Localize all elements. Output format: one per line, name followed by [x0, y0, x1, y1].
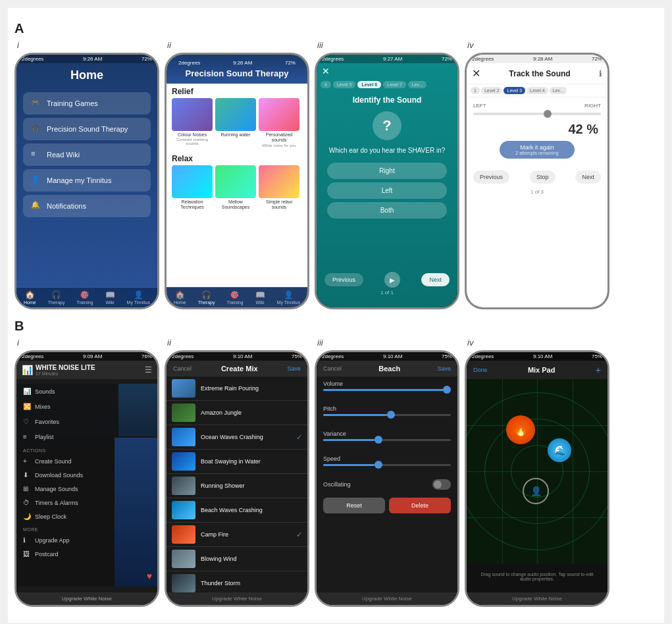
sound-card-colour[interactable]: Colour Noises Constant masking sounds — [172, 98, 213, 147]
sound-card-mellow[interactable]: Mellow Soundscapes — [215, 165, 256, 211]
screen-b2-wrapper: ii 2degrees 9:10 AM 75% Cancel Create Mi… — [165, 338, 309, 607]
track-level-4[interactable]: Level 4 — [527, 87, 548, 94]
done-button[interactable]: Done — [473, 367, 488, 373]
mix-header: Cancel Create Mix Save — [167, 361, 307, 377]
menu-item-training[interactable]: 🎮 Training Games — [23, 92, 151, 115]
close-button[interactable]: ✕ — [322, 66, 330, 76]
lr-slider[interactable] — [473, 113, 601, 115]
next-button-a4[interactable]: Next — [575, 170, 601, 184]
track-level-1[interactable]: 1 — [471, 87, 480, 94]
sound-card-water[interactable]: Running water — [215, 98, 256, 147]
levels-row-a3: 4 Level 5 Level 6 Level 7 Lev... — [317, 79, 457, 90]
save-button-b3[interactable]: Save — [437, 365, 451, 372]
next-button-a3[interactable]: Next — [421, 273, 450, 286]
nav-favorites[interactable]: ♡ Favorites — [16, 414, 118, 429]
cancel-button-b3[interactable]: Cancel — [323, 365, 342, 372]
nav-mytinnitus[interactable]: 👤 My Tinnitus — [127, 290, 150, 305]
action-download-sounds[interactable]: ⬇ Download Sounds — [16, 468, 118, 482]
action-create-sound[interactable]: + Create Sound — [16, 454, 118, 468]
mix-item-4[interactable]: Running Shower — [167, 474, 307, 498]
beach-footer[interactable]: Upgrade White Noise — [317, 592, 457, 605]
sound-card-simple-relax[interactable]: Simple relaxi sounds — [259, 165, 299, 211]
track-level-2[interactable]: Level 2 — [481, 87, 503, 94]
screen-a1-wrapper: i 2degrees 9:26 AM 72% Home 🎮 Training G… — [14, 40, 159, 309]
status-bar-a4: 2degrees 9:28 AM 72% — [467, 55, 607, 63]
nav-wiki[interactable]: 📖 Wiki — [105, 290, 115, 305]
delete-button[interactable]: Delete — [389, 498, 451, 513]
nav2-home[interactable]: 🏠 Home — [174, 290, 186, 305]
level-4-pill[interactable]: 4 — [321, 81, 331, 88]
stop-button[interactable]: Stop — [530, 170, 556, 184]
mix-item-2[interactable]: Ocean Waves Crashing ✓ — [167, 425, 307, 450]
menu-item-therapy[interactable]: 🎧 Precision Sound Therapy — [23, 118, 151, 140]
hamburger-icon[interactable]: ☰ — [145, 365, 152, 375]
action-postcard[interactable]: 🖼 Postcard — [16, 547, 118, 561]
answer-left[interactable]: Left — [327, 182, 447, 199]
level-more-pill[interactable]: Lev... — [408, 81, 427, 88]
answer-both[interactable]: Both — [327, 202, 447, 219]
save-button-b2[interactable]: Save — [287, 365, 301, 372]
nav2-tinnitus[interactable]: 👤 My Tinnitus — [277, 290, 300, 305]
lr-slider-thumb[interactable] — [544, 110, 552, 118]
mix-item-1[interactable]: Amazon Jungle — [167, 401, 307, 425]
mix-item-3[interactable]: Boat Swaying in Water — [167, 450, 307, 474]
fire-sound-node[interactable]: 🔥 — [506, 415, 535, 444]
sound-card-personalized[interactable]: Personalized sounds White noise for you — [259, 98, 299, 147]
pitch-slider[interactable] — [323, 414, 451, 416]
answer-right[interactable]: Right — [327, 163, 447, 179]
tinnitus-icon: 👤 — [31, 175, 41, 186]
nav-playlist[interactable]: ≡ Playlist — [16, 429, 118, 444]
beach-sound-node[interactable]: 🌊 — [548, 438, 571, 462]
mark-again-button[interactable]: Mark it again 2 attempts remaining — [500, 141, 575, 159]
mixpad-grid — [467, 379, 607, 563]
nav2-therapy[interactable]: 🎧 Therapy — [198, 290, 215, 305]
mix-item-7[interactable]: Blowing Wind — [167, 547, 307, 571]
volume-slider[interactable] — [323, 389, 451, 391]
action-manage-sounds[interactable]: ⊞ Manage Sounds — [16, 482, 118, 496]
nav-training[interactable]: 🎯 Training — [76, 290, 93, 305]
personalized-label: Personalized sounds — [259, 132, 299, 143]
nav2-wiki[interactable]: 📖 Wiki — [255, 290, 265, 305]
variance-thumb[interactable] — [375, 436, 382, 444]
nav-home[interactable]: 🏠 Home — [24, 290, 36, 305]
action-timers[interactable]: ⏱ Timers & Alarms — [16, 496, 118, 509]
track-level-3[interactable]: Level 3 — [504, 87, 525, 94]
prev-button-a3[interactable]: Previous — [324, 273, 363, 286]
action-sleep-clock[interactable]: 🌙 Sleep Clock — [16, 509, 118, 523]
level-5-pill[interactable]: Level 5 — [333, 81, 356, 88]
track-level-more[interactable]: Lev... — [550, 87, 567, 94]
volume-thumb[interactable] — [443, 386, 451, 394]
nav-sounds[interactable]: 📊 Sounds — [16, 384, 118, 399]
menu-item-notifications[interactable]: 🔔 Notifications — [23, 195, 151, 217]
play-button-a3[interactable]: ▶ — [384, 272, 400, 288]
mix-item-0[interactable]: Extreme Rain Pouring — [167, 377, 307, 401]
person-sound-node[interactable]: 👤 — [523, 478, 549, 504]
nav-therapy[interactable]: 🎧 Therapy — [48, 290, 65, 305]
level-6-pill[interactable]: Level 6 — [357, 81, 381, 88]
wn-footer[interactable]: Upgrade White Noise — [16, 592, 157, 605]
menu-item-wiki[interactable]: ≡ Read Wiki — [23, 143, 151, 166]
oscillating-toggle[interactable] — [432, 479, 451, 490]
reset-button[interactable]: Reset — [323, 498, 385, 513]
cancel-button-b2[interactable]: Cancel — [173, 365, 192, 372]
speed-thumb[interactable] — [375, 461, 382, 469]
close-button-a4[interactable]: ✕ — [472, 67, 480, 80]
upgrade-icon: ℹ — [23, 536, 31, 544]
mixpad-footer[interactable]: Upgrade White Noise — [467, 592, 607, 605]
nav2-training[interactable]: 🎯 Training — [226, 290, 243, 305]
add-button[interactable]: + — [596, 365, 601, 375]
mix-item-5[interactable]: Beach Waves Crashing — [167, 498, 307, 523]
prev-button-a4[interactable]: Previous — [473, 170, 509, 184]
speed-slider[interactable] — [323, 464, 451, 466]
mix-footer[interactable]: Upgrade White Noise — [167, 592, 307, 605]
screen-a1: 2degrees 9:26 AM 72% Home 🎮 Training Gam… — [16, 55, 157, 307]
therapy-icon: 🎧 — [31, 124, 41, 134]
level-7-pill[interactable]: Level 7 — [383, 81, 406, 88]
sound-card-relax-tech[interactable]: Relaxation Techniques — [172, 165, 213, 211]
nav-mixes[interactable]: 🔀 Mixes — [16, 399, 118, 414]
pitch-thumb[interactable] — [387, 411, 395, 419]
menu-item-tinnitus[interactable]: 👤 Manage my Tinnitus — [23, 169, 151, 192]
action-upgrade[interactable]: ℹ Upgrade App — [16, 533, 118, 547]
variance-slider[interactable] — [323, 439, 451, 441]
mix-item-6[interactable]: Camp Fire ✓ — [167, 523, 307, 547]
